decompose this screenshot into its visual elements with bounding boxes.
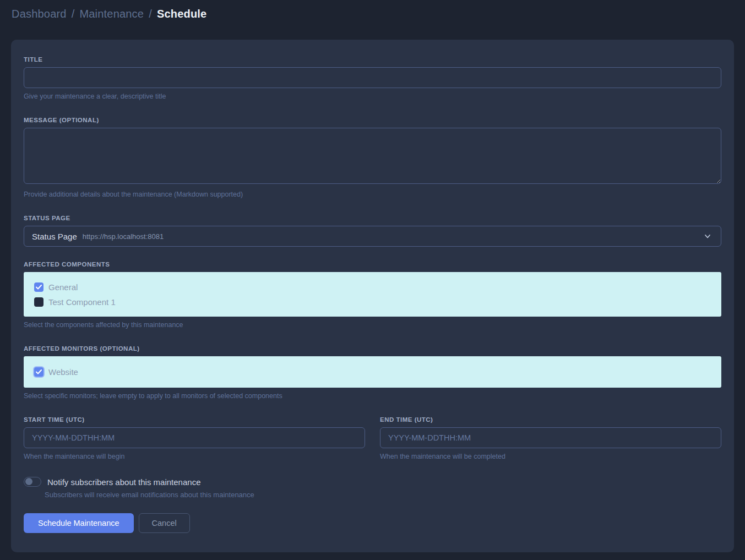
end-time-label: END TIME (UTC) <box>380 416 721 423</box>
affected-monitors-label: AFFECTED MONITORS (OPTIONAL) <box>24 345 721 352</box>
affected-components-helper: Select the components affected by this m… <box>24 321 721 329</box>
notify-toggle[interactable] <box>24 477 41 487</box>
breadcrumb-dashboard[interactable]: Dashboard <box>12 8 67 20</box>
status-page-selected-url: https://hsp.localhost:8081 <box>83 232 164 241</box>
title-input[interactable] <box>24 67 721 88</box>
notify-subscribers-group: Notify subscribers about this maintenanc… <box>24 477 721 499</box>
start-time-field-group: START TIME (UTC) When the maintenance wi… <box>24 416 365 460</box>
breadcrumb: Dashboard / Maintenance / Schedule <box>12 8 206 20</box>
chevron-down-icon <box>703 232 712 241</box>
start-time-label: START TIME (UTC) <box>24 416 365 423</box>
notify-toggle-row: Notify subscribers about this maintenanc… <box>24 477 721 487</box>
checkbox-checked-icon[interactable] <box>34 367 43 377</box>
notify-label: Notify subscribers about this maintenanc… <box>47 477 200 487</box>
affected-components-box: General Test Component 1 <box>24 272 721 317</box>
message-helper: Provide additional details about the mai… <box>24 191 721 198</box>
title-label: TITLE <box>24 56 721 63</box>
affected-monitors-box: Website <box>24 356 721 388</box>
toggle-knob <box>25 478 32 485</box>
topbar: Dashboard / Maintenance / Schedule <box>0 0 745 28</box>
checkbox-checked-icon[interactable] <box>34 282 43 292</box>
breadcrumb-separator: / <box>149 8 152 20</box>
component-option-general[interactable]: General <box>34 280 711 294</box>
title-field-group: TITLE Give your maintenance a clear, des… <box>24 56 721 100</box>
affected-monitors-field-group: AFFECTED MONITORS (OPTIONAL) Website Sel… <box>24 345 721 400</box>
notify-helper: Subscribers will receive email notificat… <box>45 491 721 499</box>
affected-components-field-group: AFFECTED COMPONENTS General Test Compone… <box>24 261 721 329</box>
start-time-helper: When the maintenance will begin <box>24 453 365 460</box>
component-option-label: Test Component 1 <box>48 297 116 307</box>
status-page-field-group: STATUS PAGE Status Page https://hsp.loca… <box>24 215 721 247</box>
component-option-test-component-1[interactable]: Test Component 1 <box>34 295 711 309</box>
breadcrumb-schedule: Schedule <box>157 8 207 20</box>
end-time-field-group: END TIME (UTC) When the maintenance will… <box>380 416 721 460</box>
status-page-select[interactable]: Status Page https://hsp.localhost:8081 <box>24 226 721 247</box>
breadcrumb-separator: / <box>72 8 75 20</box>
time-fields-row: START TIME (UTC) When the maintenance wi… <box>24 416 721 460</box>
message-field-group: MESSAGE (OPTIONAL) Provide additional de… <box>24 117 721 198</box>
checkbox-unchecked-icon[interactable] <box>34 297 43 307</box>
schedule-maintenance-form-card: TITLE Give your maintenance a clear, des… <box>11 40 734 552</box>
monitor-option-label: Website <box>48 367 78 377</box>
status-page-label: STATUS PAGE <box>24 215 721 221</box>
component-option-label: General <box>48 282 78 292</box>
affected-monitors-helper: Select specific monitors; leave empty to… <box>24 392 721 400</box>
message-textarea[interactable] <box>24 128 721 184</box>
cancel-button[interactable]: Cancel <box>139 513 190 533</box>
form-actions: Schedule Maintenance Cancel <box>24 513 721 533</box>
start-time-input[interactable] <box>24 427 365 448</box>
affected-components-label: AFFECTED COMPONENTS <box>24 261 721 268</box>
message-label: MESSAGE (OPTIONAL) <box>24 117 721 123</box>
end-time-input[interactable] <box>380 427 721 448</box>
monitor-option-website[interactable]: Website <box>34 365 711 379</box>
title-helper: Give your maintenance a clear, descripti… <box>24 93 721 100</box>
status-page-selected-name: Status Page <box>32 232 77 241</box>
schedule-maintenance-button[interactable]: Schedule Maintenance <box>24 513 134 533</box>
end-time-helper: When the maintenance will be completed <box>380 453 721 460</box>
breadcrumb-maintenance[interactable]: Maintenance <box>79 8 144 20</box>
